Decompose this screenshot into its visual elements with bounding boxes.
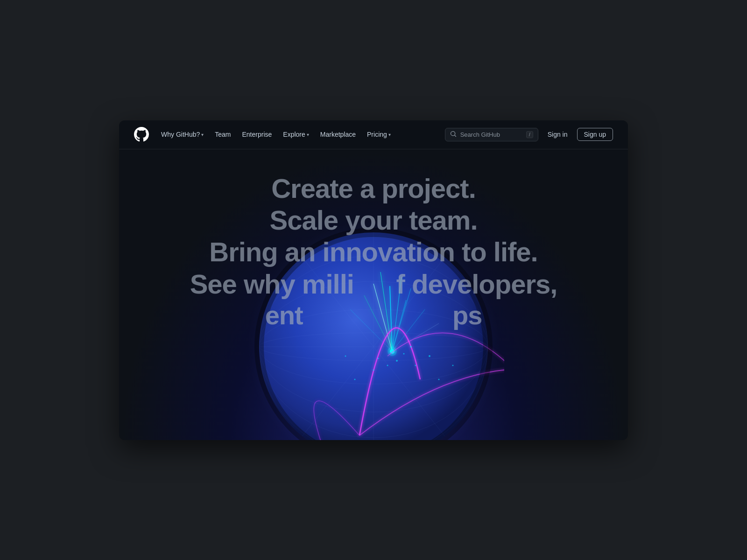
nav-item-explore[interactable]: Explore ▾ bbox=[278, 128, 313, 141]
search-icon bbox=[450, 131, 457, 139]
search-kbd: / bbox=[526, 131, 533, 138]
nav-right: / Sign in Sign up bbox=[445, 128, 613, 141]
nav-links: Why GitHub? ▾ Team Enterprise Explore ▾ … bbox=[156, 128, 445, 141]
svg-point-26 bbox=[387, 364, 388, 366]
chevron-down-icon: ▾ bbox=[201, 132, 204, 137]
github-logo[interactable] bbox=[134, 127, 149, 142]
svg-point-34 bbox=[354, 378, 356, 380]
hero-section: Create a project. Scale your team. Bring… bbox=[119, 149, 628, 440]
svg-point-32 bbox=[438, 378, 440, 380]
chevron-down-icon: ▾ bbox=[388, 132, 391, 137]
search-input[interactable] bbox=[460, 131, 522, 138]
browser-window: Why GitHub? ▾ Team Enterprise Explore ▾ … bbox=[119, 120, 628, 440]
sign-up-button[interactable]: Sign up bbox=[577, 128, 613, 141]
search-box[interactable]: / bbox=[445, 128, 538, 141]
svg-point-31 bbox=[429, 355, 430, 357]
svg-point-35 bbox=[345, 355, 346, 357]
svg-point-27 bbox=[410, 346, 412, 348]
chevron-down-icon: ▾ bbox=[307, 132, 309, 137]
nav-item-why-github[interactable]: Why GitHub? ▾ bbox=[156, 128, 208, 141]
hero-line-1: Create a project. bbox=[119, 173, 628, 204]
svg-point-24 bbox=[396, 360, 398, 362]
globe-visual bbox=[243, 216, 504, 440]
navbar: Why GitHub? ▾ Team Enterprise Explore ▾ … bbox=[119, 120, 628, 149]
nav-item-marketplace[interactable]: Marketplace bbox=[316, 128, 360, 141]
nav-item-team[interactable]: Team bbox=[210, 128, 235, 141]
sign-in-button[interactable]: Sign in bbox=[544, 128, 571, 140]
svg-point-25 bbox=[403, 353, 405, 354]
svg-point-30 bbox=[373, 369, 374, 371]
svg-point-33 bbox=[452, 364, 454, 366]
svg-point-28 bbox=[378, 357, 379, 359]
nav-item-pricing[interactable]: Pricing ▾ bbox=[362, 128, 395, 141]
nav-item-enterprise[interactable]: Enterprise bbox=[237, 128, 276, 141]
svg-point-29 bbox=[415, 364, 416, 366]
